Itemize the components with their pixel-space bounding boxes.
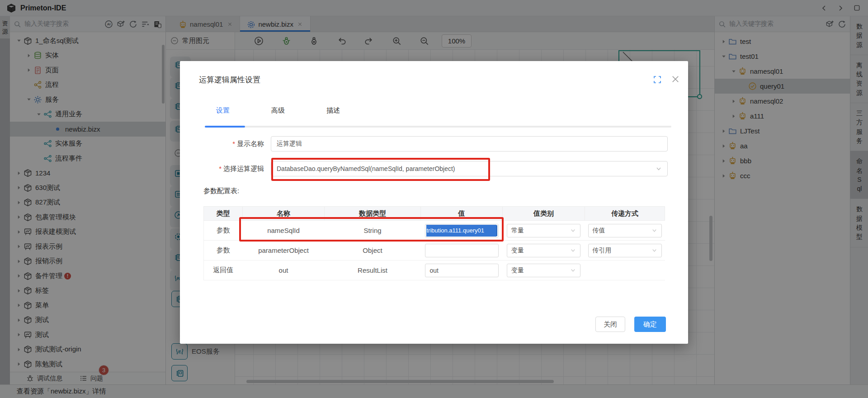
param-datatype-cell: ResultList	[325, 261, 421, 280]
pass-value: 传引用	[593, 246, 612, 255]
table-header-cell: 值	[421, 207, 503, 221]
table-row: 返回值outResultListout变量	[204, 261, 665, 280]
selected-text: tribution.a111.query01	[426, 225, 496, 237]
pass-value: 传值	[593, 227, 605, 235]
value-input[interactable]	[425, 244, 499, 257]
logic-select-field-row: *选择运算逻辑 DatabaseDao.queryByNamedSql(name…	[180, 161, 688, 176]
table-header-cell: 传递方式	[585, 207, 665, 221]
pass-select[interactable]: 传值	[588, 224, 662, 237]
logic-select[interactable]: DatabaseDao.queryByNamedSql(nameSqlId, p…	[271, 161, 668, 176]
dialog-tab-设置[interactable]: 设置	[216, 106, 230, 118]
param-table-caption: 参数配置表:	[203, 187, 239, 195]
table-row: 参数nameSqlIdStringtribution.a111.query01常…	[204, 221, 665, 241]
param-type-cell: 返回值	[204, 261, 243, 280]
chevron-down-icon	[651, 227, 657, 233]
chevron-down-icon	[656, 166, 662, 172]
display-name-label: *显示名称	[180, 140, 264, 148]
param-type-cell: 参数	[204, 241, 243, 261]
pass-select[interactable]: 传引用	[588, 244, 662, 257]
dialog-tab-描述[interactable]: 描述	[326, 106, 340, 118]
chevron-down-icon	[570, 247, 576, 253]
display-name-input[interactable]: 运算逻辑	[271, 136, 668, 152]
dialog-footer: 关闭 确定	[180, 317, 688, 332]
param-name-cell: nameSqlId	[243, 221, 325, 241]
param-category-cell: 变量	[503, 241, 585, 261]
param-pass-cell	[585, 261, 665, 280]
active-tab-indicator	[205, 126, 245, 128]
table-header-cell: 类型	[204, 207, 243, 221]
param-pass-cell: 传值	[585, 221, 665, 241]
param-name-cell: out	[243, 261, 325, 280]
close-button[interactable]: 关闭	[595, 317, 625, 332]
dialog-tab-高级[interactable]: 高级	[271, 106, 285, 118]
ok-button[interactable]: 确定	[634, 317, 666, 332]
text-cursor	[496, 225, 497, 236]
table-row: 参数parameterObjectObject变量传引用	[204, 241, 665, 261]
param-value-cell: out	[421, 261, 503, 280]
logic-properties-dialog: 运算逻辑属性设置 设置高级描述 *显示名称 运算逻辑 *选择运算逻辑 Datab…	[180, 61, 688, 344]
param-type-cell: 参数	[204, 221, 243, 241]
category-value: 变量	[511, 266, 524, 275]
category-select[interactable]: 变量	[507, 244, 580, 257]
close-icon[interactable]	[671, 75, 680, 84]
param-pass-cell: 传引用	[585, 241, 665, 261]
category-value: 常量	[511, 227, 524, 235]
display-name-field-row: *显示名称 运算逻辑	[180, 136, 688, 152]
category-value: 变量	[511, 246, 524, 255]
chevron-down-icon	[651, 247, 657, 253]
chevron-down-icon	[570, 227, 576, 233]
value-input[interactable]: out	[425, 264, 499, 277]
dialog-tabs: 设置高级描述	[216, 106, 382, 118]
param-category-cell: 变量	[503, 261, 585, 280]
chevron-down-icon	[570, 267, 576, 273]
category-select[interactable]: 变量	[507, 264, 580, 277]
table-header-cell: 名称	[243, 207, 325, 221]
param-name-cell: parameterObject	[243, 241, 325, 261]
param-config-table: 类型名称数据类型值值类别传递方式 参数nameSqlIdStringtribut…	[203, 206, 665, 280]
param-value-cell: tribution.a111.query01	[421, 221, 503, 241]
required-asterisk: *	[232, 140, 235, 147]
category-select[interactable]: 常量	[507, 224, 580, 237]
primeton-ide-window: Primeton-IDE 资源 输入关键字搜索 AI 1_命名sql测试实体页面…	[0, 0, 868, 398]
param-value-cell	[421, 241, 503, 261]
value-input[interactable]: tribution.a111.query01	[425, 224, 499, 237]
table-header-cell: 值类别	[503, 207, 585, 221]
logic-select-label: *选择运算逻辑	[180, 165, 264, 173]
param-datatype-cell: Object	[325, 241, 421, 261]
required-asterisk: *	[219, 165, 222, 172]
param-category-cell: 常量	[503, 221, 585, 241]
dialog-title: 运算逻辑属性设置	[199, 75, 260, 85]
tab-underline-bar	[205, 126, 671, 128]
table-header-cell: 数据类型	[325, 207, 421, 221]
param-datatype-cell: String	[325, 221, 421, 241]
fullscreen-icon[interactable]	[653, 76, 661, 84]
